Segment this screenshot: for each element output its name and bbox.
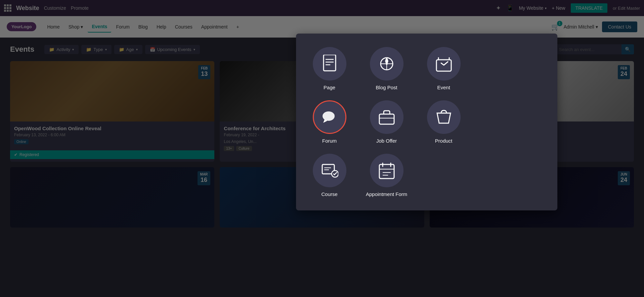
forum-label: Forum — [322, 138, 337, 144]
course-label: Course — [321, 191, 337, 197]
new-event-item[interactable]: Event — [420, 47, 467, 90]
blog-post-icon — [370, 47, 403, 81]
new-product-item[interactable]: Product — [420, 100, 467, 144]
svg-rect-10 — [379, 114, 394, 124]
new-blogpost-item[interactable]: Blog Post — [363, 47, 410, 90]
overlay[interactable]: Page Blog Post — [0, 0, 644, 297]
new-appointment-item[interactable]: Appointment Form — [363, 154, 410, 197]
svg-point-9 — [323, 111, 335, 121]
event-icon — [427, 47, 461, 81]
event-label: Event — [437, 85, 450, 90]
blog-post-label: Blog Post — [376, 85, 397, 90]
new-page-item[interactable]: Page — [306, 47, 353, 90]
new-forum-item[interactable]: Forum — [306, 100, 353, 144]
course-icon — [313, 154, 346, 187]
forum-icon — [313, 100, 346, 134]
job-offer-label: Job Offer — [376, 138, 397, 144]
product-label: Product — [435, 138, 453, 144]
product-icon — [427, 100, 461, 134]
svg-rect-0 — [324, 55, 336, 71]
page-icon — [313, 47, 346, 81]
new-content-popup: Page Blog Post — [296, 34, 558, 210]
svg-rect-16 — [379, 164, 394, 179]
appointment-form-icon — [370, 154, 403, 187]
new-course-item[interactable]: Course — [306, 154, 353, 197]
appointment-form-label: Appointment Form — [366, 191, 407, 197]
new-joboffer-item[interactable]: Job Offer — [363, 100, 410, 144]
empty-cell — [420, 154, 467, 197]
page-label: Page — [324, 85, 335, 90]
job-offer-icon — [370, 100, 403, 134]
